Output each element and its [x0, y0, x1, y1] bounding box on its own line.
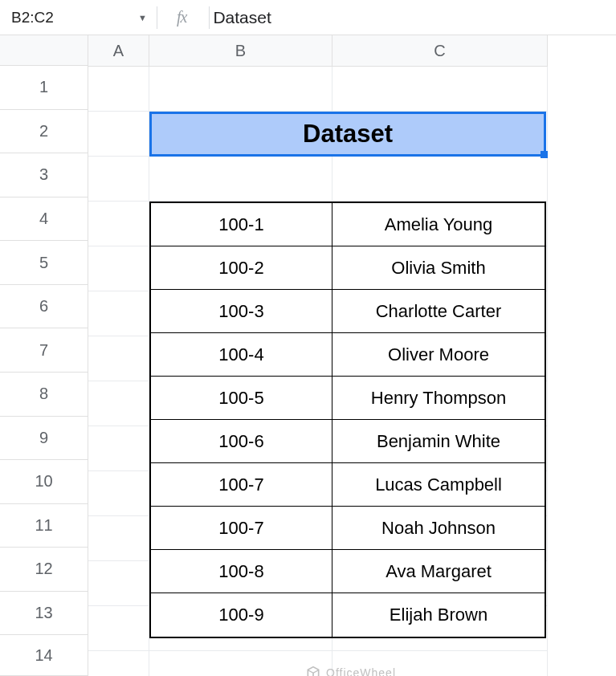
- cell[interactable]: [149, 157, 332, 202]
- name-box-value: B2:C2: [11, 9, 54, 26]
- cell[interactable]: [332, 157, 548, 202]
- select-all-corner[interactable]: [0, 35, 88, 66]
- cell[interactable]: [88, 246, 149, 291]
- cell-name[interactable]: Elijah Brown: [332, 593, 545, 637]
- cell-name[interactable]: Oliver Moore: [332, 333, 545, 376]
- cell-name[interactable]: Amelia Young: [332, 203, 545, 246]
- table-row: 100-5Henry Thompson: [151, 377, 545, 420]
- cell[interactable]: [88, 471, 149, 516]
- row-header[interactable]: 13: [0, 592, 88, 636]
- column-header[interactable]: C: [332, 35, 548, 67]
- row-header[interactable]: 11: [0, 504, 88, 548]
- table-row: 100-7Noah Johnson: [151, 507, 545, 550]
- merged-cell-value: Dataset: [303, 120, 393, 149]
- cell[interactable]: [88, 561, 149, 606]
- watermark-text: OfficeWheel: [326, 666, 396, 676]
- cell-name[interactable]: Noah Johnson: [332, 507, 545, 549]
- row-header[interactable]: 6: [0, 285, 88, 329]
- table-row: 100-7Lucas Campbell: [151, 463, 545, 507]
- wheel-icon: [305, 665, 321, 676]
- cell-name[interactable]: Charlotte Carter: [332, 290, 545, 332]
- cell-id[interactable]: 100-4: [151, 333, 332, 376]
- row-header[interactable]: 4: [0, 198, 88, 242]
- row-header[interactable]: 3: [0, 153, 88, 198]
- watermark: OfficeWheel: [305, 665, 396, 676]
- cell[interactable]: [88, 67, 149, 112]
- row-header[interactable]: 10: [0, 460, 88, 504]
- selection-handle[interactable]: [541, 151, 548, 158]
- grid-rows: Dataset 100-1Amelia Young 100-2Olivia Sm…: [88, 67, 616, 676]
- row-header[interactable]: 14: [0, 635, 88, 676]
- cell-id[interactable]: 100-3: [151, 290, 332, 332]
- cell-name[interactable]: Henry Thompson: [332, 377, 545, 419]
- formula-bar: B2:C2 ▼ fx Dataset: [0, 0, 616, 35]
- cell-name[interactable]: Olivia Smith: [332, 246, 545, 289]
- table-row: 100-4Oliver Moore: [151, 333, 545, 377]
- cell-name[interactable]: Lucas Campbell: [332, 463, 545, 506]
- table-row: 100-3Charlotte Carter: [151, 290, 545, 333]
- cell-id[interactable]: 100-6: [151, 420, 332, 462]
- cell[interactable]: [88, 112, 149, 157]
- cell-id[interactable]: 100-7: [151, 507, 332, 549]
- table-row: 100-9Elijah Brown: [151, 593, 545, 637]
- cell-id[interactable]: 100-9: [151, 593, 332, 637]
- row-headers: 1 2 3 4 5 6 7 8 9 10 11 12 13 14: [0, 35, 88, 676]
- column-header[interactable]: B: [149, 35, 332, 67]
- row-header[interactable]: 12: [0, 548, 88, 592]
- cell-id[interactable]: 100-7: [151, 463, 332, 506]
- selected-merged-cell[interactable]: Dataset: [149, 112, 546, 157]
- row-header[interactable]: 2: [0, 110, 88, 154]
- formula-input[interactable]: Dataset: [210, 8, 616, 27]
- cell-name[interactable]: Ava Margaret: [332, 550, 545, 593]
- cell[interactable]: [88, 381, 149, 426]
- table-row: 100-1Amelia Young: [151, 203, 545, 246]
- row-header[interactable]: 8: [0, 373, 88, 417]
- table-row: 100-6Benjamin White: [151, 420, 545, 463]
- data-table: 100-1Amelia Young 100-2Olivia Smith 100-…: [149, 202, 546, 638]
- cell-name[interactable]: Benjamin White: [332, 420, 545, 462]
- cell[interactable]: [88, 516, 149, 561]
- cell[interactable]: [88, 157, 149, 202]
- column-header[interactable]: A: [88, 35, 149, 67]
- name-box[interactable]: B2:C2 ▼: [0, 9, 157, 26]
- table-row: 100-2Olivia Smith: [151, 246, 545, 290]
- row-header[interactable]: 7: [0, 328, 88, 373]
- column-headers: A B C: [88, 35, 616, 67]
- cell[interactable]: [88, 336, 149, 381]
- cell[interactable]: [88, 651, 149, 676]
- grid-area: A B C Dataset 100-1Amelia Young: [88, 35, 616, 676]
- row-header[interactable]: 1: [0, 66, 88, 110]
- row-header[interactable]: 9: [0, 417, 88, 461]
- table-row: 100-8Ava Margaret: [151, 550, 545, 593]
- cell-id[interactable]: 100-2: [151, 246, 332, 289]
- cell[interactable]: [88, 291, 149, 336]
- cell-id[interactable]: 100-1: [151, 203, 332, 246]
- cell-id[interactable]: 100-5: [151, 377, 332, 419]
- cell[interactable]: [88, 202, 149, 246]
- cell[interactable]: [332, 67, 548, 112]
- cell-id[interactable]: 100-8: [151, 550, 332, 593]
- fx-icon: fx: [157, 8, 209, 26]
- cell[interactable]: [88, 426, 149, 471]
- sheet-area: 1 2 3 4 5 6 7 8 9 10 11 12 13 14 A B C: [0, 35, 616, 676]
- dropdown-icon[interactable]: ▼: [138, 13, 147, 22]
- row-header[interactable]: 5: [0, 241, 88, 285]
- cell[interactable]: [149, 67, 332, 112]
- cell[interactable]: [88, 606, 149, 651]
